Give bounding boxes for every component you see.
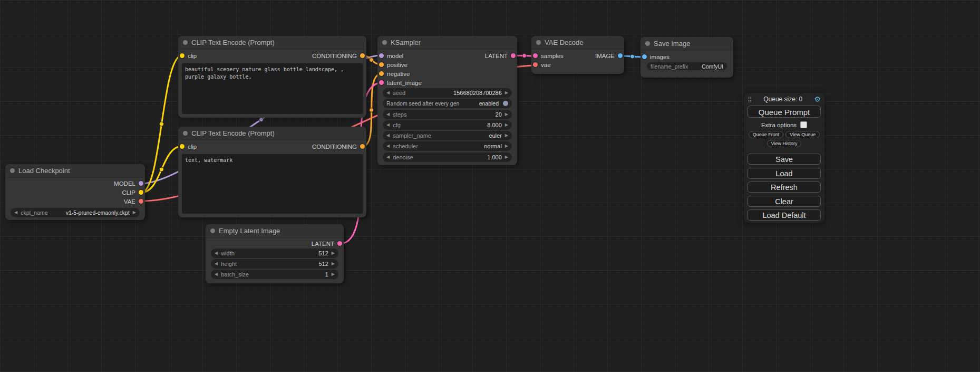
increment-arrow-icon[interactable]: ▶ [505,133,508,138]
node-clip-text-encode-positive[interactable]: CLIP Text Encode (Prompt) clip CONDITION… [178,36,366,118]
widget-seed[interactable]: ◀ seed 156680208700286 ▶ [383,88,512,98]
node-title-bar[interactable]: CLIP Text Encode (Prompt) [178,127,366,140]
settings-gear-icon[interactable]: ⚙ [814,96,821,103]
input-dot-positive[interactable] [379,62,384,67]
widget-height[interactable]: ◀ height 512 ▶ [211,259,338,269]
node-load-checkpoint[interactable]: Load Checkpoint MODEL CLIP VAE ◀ ckpt_na… [5,164,145,220]
drag-handle-icon[interactable]: ⣿ [748,96,752,103]
node-vae-decode[interactable]: VAE Decode samples IMAGE vae [531,36,624,74]
widget-ckpt-name[interactable]: ◀ ckpt_name v1-5-pruned-emaonly.ckpt ▶ [11,208,140,217]
output-dot-vae[interactable] [139,199,143,204]
input-dot-model[interactable] [379,53,384,58]
widget-value: enabled [479,100,499,107]
increment-arrow-icon[interactable]: ▶ [505,112,508,117]
output-dot-conditioning[interactable] [360,144,365,149]
wire-clip-negative [141,146,182,193]
output-dot-image[interactable] [618,53,623,58]
input-dot-clip[interactable] [180,144,185,149]
load-default-button[interactable]: Load Default [748,209,821,221]
load-button[interactable]: Load [748,168,821,179]
queue-prompt-button[interactable]: Queue Prompt [748,106,821,118]
comfyui-canvas[interactable]: { "icons": { "left_arrow": "◀", "right_a… [0,0,980,372]
increment-arrow-icon[interactable]: ▶ [332,251,335,255]
decrement-arrow-icon[interactable]: ◀ [386,133,390,138]
output-dot-latent[interactable] [511,53,516,58]
prompt-text-input[interactable]: beautiful scenery nature glass bottle la… [182,63,363,114]
output-dot-clip[interactable] [139,190,143,195]
node-clip-text-encode-negative[interactable]: CLIP Text Encode (Prompt) clip CONDITION… [178,127,366,217]
prompt-text-input[interactable]: text, watermark [182,154,363,214]
decrement-arrow-icon[interactable]: ◀ [14,211,17,215]
node-title-bar[interactable]: Save Image [641,37,733,51]
widget-scheduler[interactable]: ◀ scheduler normal ▶ [383,141,512,151]
input-dot-negative[interactable] [379,71,384,76]
view-history-button[interactable]: View History [767,140,802,147]
slot-row: samples IMAGE [531,51,624,60]
decrement-arrow-icon[interactable]: ◀ [215,262,218,266]
node-title-bar[interactable]: VAE Decode [531,36,624,50]
node-save-image[interactable]: Save Image images filename_prefix ComfyU… [641,37,733,78]
increment-arrow-icon[interactable]: ▶ [505,91,508,95]
widget-filename-prefix[interactable]: filename_prefix ComfyUI [647,62,727,70]
collapse-dot-icon[interactable] [183,40,188,45]
collapse-dot-icon[interactable] [645,41,650,46]
input-dot-latent-image[interactable] [379,80,384,85]
increment-arrow-icon[interactable]: ▶ [505,144,508,148]
queue-front-button[interactable]: Queue Front [749,131,784,138]
widget-cfg[interactable]: ◀ cfg 8.000 ▶ [383,120,512,130]
output-label-latent: LATENT [312,241,334,247]
decrement-arrow-icon[interactable]: ◀ [386,112,390,117]
decrement-arrow-icon[interactable]: ◀ [386,144,390,148]
node-title-bar[interactable]: Empty Latent Image [206,224,344,238]
widget-denoise[interactable]: ◀ denoise 1.000 ▶ [383,152,512,162]
output-dot-conditioning[interactable] [360,53,365,58]
node-empty-latent-image[interactable]: Empty Latent Image LATENT ◀ width 512 ▶ … [206,224,344,283]
wire-midpoint-dot [370,58,374,62]
increment-arrow-icon[interactable]: ▶ [332,262,335,266]
node-title-bar[interactable]: KSampler [377,36,517,50]
input-dot-samples[interactable] [533,53,538,58]
node-title-bar[interactable]: CLIP Text Encode (Prompt) [178,36,366,50]
widget-width[interactable]: ◀ width 512 ▶ [211,249,338,258]
increment-arrow-icon[interactable]: ▶ [505,123,508,127]
node-title: CLIP Text Encode (Prompt) [191,129,275,137]
input-dot-images[interactable] [642,54,647,59]
widget-value: 8.000 [487,122,502,128]
increment-arrow-icon[interactable]: ▶ [133,211,136,215]
input-dot-clip[interactable] [180,53,185,58]
output-dot-latent[interactable] [337,241,342,246]
collapse-dot-icon[interactable] [210,228,215,233]
input-dot-vae[interactable] [533,62,538,67]
wire-midpoint-dot [160,122,164,126]
collapse-dot-icon[interactable] [536,40,541,45]
decrement-arrow-icon[interactable]: ◀ [215,251,218,255]
decrement-arrow-icon[interactable]: ◀ [386,155,390,159]
toggle-knob[interactable] [503,101,508,106]
clear-button[interactable]: Clear [748,196,821,207]
menu-button-stack: Save Load Refresh Clear Load Default [744,154,824,221]
refresh-button[interactable]: Refresh [748,182,821,193]
decrement-arrow-icon[interactable]: ◀ [386,123,390,127]
view-queue-button[interactable]: View Queue [785,131,820,138]
decrement-arrow-icon[interactable]: ◀ [386,91,390,95]
node-title: VAE Decode [545,39,583,46]
widget-random-seed-toggle[interactable]: Random seed after every gen enabled [383,99,512,108]
slot-row: MODEL [5,179,145,188]
node-ksampler[interactable]: KSampler model LATENT positive negative [377,36,517,165]
collapse-dot-icon[interactable] [382,40,387,45]
decrement-arrow-icon[interactable]: ◀ [215,272,218,276]
output-dot-model[interactable] [139,181,143,186]
queue-buttons-row: Queue Front View Queue [744,131,824,138]
widget-batch-size[interactable]: ◀ batch_size 1 ▶ [211,270,338,279]
widget-name: sampler_name [393,132,431,139]
widget-sampler-name[interactable]: ◀ sampler_name euler ▶ [383,131,512,140]
collapse-dot-icon[interactable] [183,131,188,136]
collapse-dot-icon[interactable] [10,168,15,173]
extra-options-checkbox[interactable] [800,121,807,128]
slot-row: latent_image [377,78,517,87]
save-button[interactable]: Save [748,154,821,165]
node-title-bar[interactable]: Load Checkpoint [5,164,145,178]
widget-steps[interactable]: ◀ steps 20 ▶ [383,110,512,119]
increment-arrow-icon[interactable]: ▶ [332,272,335,276]
increment-arrow-icon[interactable]: ▶ [505,155,508,159]
